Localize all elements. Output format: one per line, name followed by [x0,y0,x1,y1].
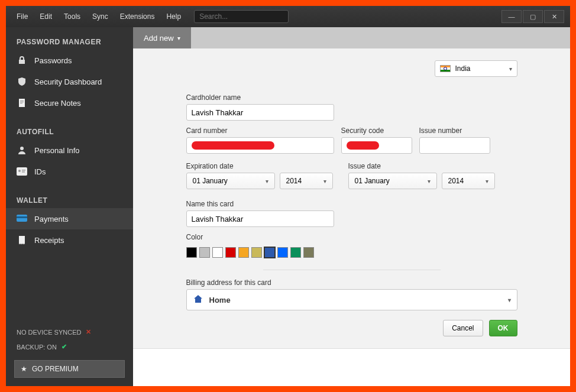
ok-button[interactable]: OK [489,320,517,336]
name-card-label: Name this card [186,200,334,208]
sidebar-item-ids[interactable]: IDs [6,161,133,182]
card-icon [17,213,27,224]
go-premium-label: GO PREMIUM [32,365,79,373]
main: Add new ▾ India ▾ Cardholder name [133,27,570,386]
sync-status: NO DEVICE SYNCED✕ [6,325,133,339]
issue-month-value: 01 January [355,177,390,185]
divider [263,270,441,270]
issue-year-select[interactable]: 2014▾ [442,173,495,189]
exp-year-select[interactable]: 2014▾ [280,173,333,189]
chevron-down-icon: ▾ [486,178,488,184]
sidebar-item-passwords[interactable]: Passwords [6,50,133,71]
sidebar-item-security-dashboard[interactable]: Security Dashboard [6,71,133,92]
content: India ▾ Cardholder name Card number [133,48,570,386]
menubar: File Edit Tools Sync Extensions Help — ▢… [6,6,570,27]
color-swatch[interactable] [290,247,301,258]
add-new-button[interactable]: Add new ▾ [133,27,191,48]
issue-month-select[interactable]: 01 January▾ [348,173,437,189]
sidebar-item-receipts[interactable]: Receipts [6,229,133,251]
color-picker [186,247,517,258]
chevron-down-icon: ▾ [509,66,512,72]
color-swatch[interactable] [303,247,314,258]
chevron-down-icon: ▾ [177,35,180,41]
issue-number-label: Issue number [419,127,490,135]
color-label: Color [186,233,517,241]
issue-number-input[interactable] [419,137,490,154]
add-new-label: Add new [144,34,174,43]
svg-rect-11 [19,236,25,244]
color-swatch[interactable] [277,247,288,258]
sidebar-item-secure-notes[interactable]: Secure Notes [6,92,133,114]
chevron-down-icon: ▾ [428,178,431,184]
app-window: File Edit Tools Sync Extensions Help — ▢… [6,6,570,386]
toolbar: Add new ▾ [133,27,570,48]
shield-icon [17,76,27,87]
color-swatch[interactable] [225,247,236,258]
window-controls: — ▢ ✕ [501,10,564,23]
billing-label: Billing address for this card [186,278,517,287]
sidebar-item-label: IDs [34,167,46,176]
menu-extensions[interactable]: Extensions [115,10,160,23]
country-select[interactable]: India ▾ [435,60,517,77]
search-box [194,10,289,23]
cardholder-input[interactable] [186,104,334,121]
color-swatch[interactable] [238,247,249,258]
chevron-down-icon: ▾ [266,178,268,184]
exp-year-value: 2014 [286,177,302,185]
cardnumber-label: Card number [186,127,334,135]
expiration-label: Expiration date [186,162,341,170]
menu-edit[interactable]: Edit [35,10,57,23]
sidebar: PASSWORD MANAGER Passwords Security Dash… [6,27,133,386]
issue-year-value: 2014 [448,177,464,185]
color-swatch[interactable] [212,247,223,258]
maximize-button[interactable]: ▢ [523,10,543,23]
sidebar-item-label: Secure Notes [34,99,81,108]
note-icon [17,98,27,108]
person-icon [17,145,27,155]
color-swatch[interactable] [264,247,275,258]
payment-form: India ▾ Cardholder name Card number [186,60,517,336]
name-card-input[interactable] [186,210,334,227]
minimize-button[interactable]: — [501,10,522,23]
billing-address-select[interactable]: Home ▾ [186,289,517,310]
svg-point-4 [20,147,24,150]
cardnumber-input[interactable] [186,137,334,154]
menu-file[interactable]: File [12,10,33,23]
svg-rect-8 [22,171,25,173]
color-swatch[interactable] [251,247,262,258]
svg-rect-2 [20,102,24,102]
color-swatch[interactable] [199,247,210,258]
sidebar-section-header-autofill: AUTOFILL [6,123,133,140]
exp-month-select[interactable]: 01 January▾ [186,173,275,189]
body: PASSWORD MANAGER Passwords Security Dash… [6,27,570,386]
cardholder-label: Cardholder name [186,93,334,102]
chevron-down-icon: ▾ [508,297,511,303]
sidebar-item-personal-info[interactable]: Personal Info [6,140,133,161]
close-button[interactable]: ✕ [544,10,564,23]
go-premium-button[interactable]: ★ GO PREMIUM [14,360,125,378]
sidebar-item-label: Security Dashboard [34,77,102,86]
svg-rect-1 [20,101,24,101]
billing-value: Home [209,296,231,304]
flag-india-icon [440,65,451,72]
security-code-input[interactable] [341,137,412,154]
menu-tools[interactable]: Tools [59,10,85,23]
check-icon: ✔ [62,343,67,351]
exp-month-value: 01 January [193,177,228,185]
svg-point-6 [18,170,21,172]
sidebar-item-label: Personal Info [34,146,80,155]
backup-status: BACKUP: ON✔ [6,339,133,354]
home-icon [193,294,203,306]
x-icon: ✕ [86,328,91,336]
footer-area [133,348,570,386]
color-swatch[interactable] [186,247,197,258]
issue-date-label: Issue date [348,162,503,170]
search-input[interactable] [195,12,288,21]
sidebar-item-label: Payments [34,215,69,223]
sidebar-item-payments[interactable]: Payments [6,208,133,229]
cancel-button[interactable]: Cancel [443,320,483,336]
svg-rect-10 [17,216,27,218]
menu-help[interactable]: Help [161,10,186,23]
sidebar-item-label: Passwords [34,56,72,65]
menu-sync[interactable]: Sync [88,10,113,23]
